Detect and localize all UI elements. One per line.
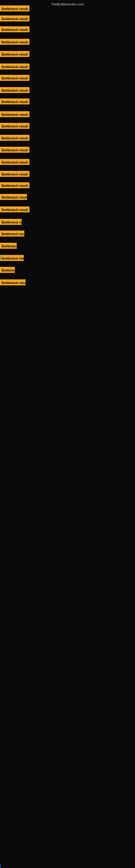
bottleneck-badge-21: Bottleneck result [0,243,17,249]
bottleneck-badge-16: Bottleneck result [0,182,30,188]
bottleneck-badge-22: Bottleneck result [0,255,24,261]
bottleneck-badge-17: Bottleneck result [0,194,27,200]
bottleneck-badge-15: Bottleneck result [0,171,30,177]
blue-line-2 [0,864,1,868]
bottleneck-badge-3: Bottleneck result [0,26,30,32]
bottleneck-badge-20: Bottleneck result [0,230,24,237]
blue-line-1 [0,254,1,259]
bottleneck-badge-7: Bottleneck result [0,75,30,81]
bottleneck-badge-11: Bottleneck result [0,123,30,129]
bottleneck-badge-2: Bottleneck result [0,16,30,22]
bottleneck-badge-5: Bottleneck result [0,51,30,57]
bottleneck-badge-24: Bottleneck result [0,279,26,285]
bottleneck-badge-4: Bottleneck result [0,39,30,45]
bottleneck-badge-13: Bottleneck result [0,147,30,153]
bottleneck-badge-1: Bottleneck result [0,5,30,11]
bottleneck-badge-19: Bottleneck result [0,219,21,225]
bottleneck-badge-12: Bottleneck result [0,135,30,141]
bottleneck-badge-18: Bottleneck result [0,207,30,212]
bottleneck-badge-10: Bottleneck result [0,111,30,117]
bottleneck-badge-9: Bottleneck result [0,98,30,104]
bottleneck-badge-8: Bottleneck result [0,87,30,93]
bottleneck-badge-23: Bottleneck result [0,267,15,273]
bottleneck-badge-14: Bottleneck result [0,159,30,165]
bottleneck-badge-6: Bottleneck result [0,63,30,69]
